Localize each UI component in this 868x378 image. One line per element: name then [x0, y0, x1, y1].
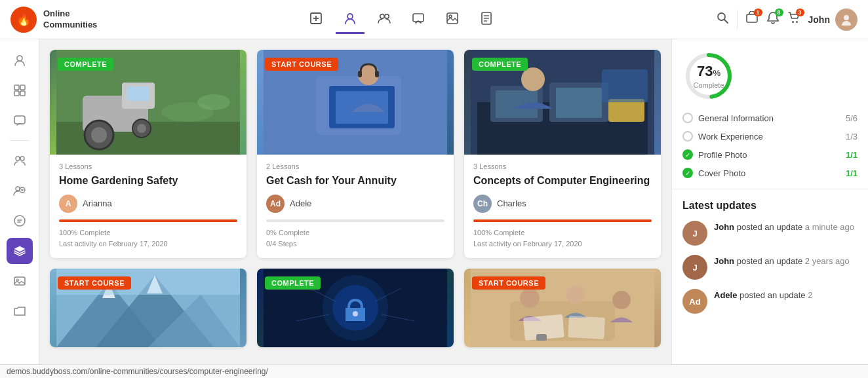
course-image-security: COMPLETE [257, 269, 454, 347]
course-meta-gardening: 100% Complete Last activity on February … [59, 227, 237, 250]
svg-point-31 [14, 216, 25, 226]
logo[interactable]: 🔥 OnlineCommunities [10, 7, 97, 33]
author-name-charles: Charles [497, 198, 526, 208]
course-badge-mountain: START COURSE [58, 276, 131, 290]
svg-point-3 [347, 14, 353, 19]
svg-point-17 [796, 21, 798, 23]
sidebar-item-chat[interactable] [7, 107, 33, 134]
profile-completion-section: 73% Complete General Information 5/6 [672, 39, 868, 189]
svg-point-39 [91, 127, 107, 143]
nav-create[interactable] [302, 5, 330, 34]
course-card-meeting[interactable]: START COURSE [464, 269, 661, 347]
sidebar-item-media[interactable] [7, 268, 33, 294]
course-image-computer: COMPLETE [464, 50, 661, 155]
course-meta-computer: 100% Complete Last activity on February … [473, 227, 652, 250]
svg-rect-22 [14, 91, 19, 96]
nav-docs[interactable] [472, 5, 501, 34]
progress-bar-container-annuity [266, 219, 444, 222]
sidebar-item-profile[interactable] [7, 47, 33, 73]
sidebar-item-folder[interactable] [7, 298, 33, 324]
header-right: 1 8 3 John [716, 9, 858, 31]
course-title-annuity: Get Cash for Your Annuity [266, 174, 444, 188]
nav-members[interactable] [370, 5, 399, 34]
course-image-garden: COMPLETE [50, 50, 247, 155]
completion-header: 73% Complete [682, 50, 858, 102]
author-avatar-adele: Ad [266, 195, 285, 213]
svg-line-14 [724, 20, 728, 23]
course-badge-meeting: START COURSE [472, 276, 545, 290]
completion-score-cover: 1/1 [846, 168, 858, 178]
course-card-home-gardening[interactable]: COMPLETE 3 Lessons Home Gardening Safety… [50, 50, 247, 258]
course-image-meeting: START COURSE [464, 269, 661, 347]
donut-chart: 73% Complete [682, 50, 735, 102]
course-card-mountain[interactable]: START COURSE [50, 269, 247, 347]
svg-point-5 [385, 14, 389, 18]
nav-messages[interactable] [404, 5, 433, 34]
header: 🔥 OnlineCommunities 1 [0, 0, 868, 39]
sidebar-item-members2[interactable] [7, 178, 33, 204]
course-lessons-annuity: 2 Lessons [266, 162, 444, 170]
progress-bar-computer [473, 219, 652, 222]
completion-item-general: General Information 5/6 [682, 113, 858, 123]
updates-title: Latest updates [682, 200, 858, 212]
course-image-annuity: START COURSE [257, 50, 454, 155]
notifications-button[interactable]: 8 [766, 11, 779, 28]
course-title-computer: Concepts of Computer Engineering [473, 174, 652, 188]
svg-point-44 [197, 94, 230, 110]
svg-point-26 [20, 157, 24, 161]
courses-badge: 1 [754, 9, 762, 16]
user-menu[interactable]: John [808, 9, 858, 31]
update-item-2: Ad Adele posted an update 2 [682, 289, 858, 314]
courses-notif-button[interactable]: 1 [745, 11, 759, 28]
svg-rect-32 [14, 277, 25, 285]
svg-rect-82 [568, 316, 605, 339]
sidebar-item-courses[interactable] [7, 238, 33, 264]
sidebar-item-members1[interactable] [7, 147, 33, 174]
svg-point-58 [521, 67, 545, 91]
nav-media[interactable] [438, 5, 467, 34]
course-card-security[interactable]: COMPLETE [257, 269, 454, 347]
cart-button[interactable]: 3 [787, 11, 800, 28]
completion-dot-general [682, 113, 693, 123]
course-body-annuity: 2 Lessons Get Cash for Your Annuity Ad A… [257, 155, 454, 258]
progress-bar-container-computer [473, 219, 652, 222]
sidebar [0, 39, 39, 378]
completion-dot-cover: ✓ [682, 168, 693, 178]
svg-point-27 [16, 187, 20, 191]
nav-profile[interactable] [336, 5, 365, 34]
svg-rect-24 [14, 116, 25, 124]
search-button[interactable] [716, 11, 729, 28]
svg-rect-50 [358, 71, 362, 77]
svg-rect-59 [608, 99, 644, 122]
completion-item-cover: ✓ Cover Photo 1/1 [682, 168, 858, 178]
svg-point-13 [718, 13, 725, 20]
course-title-gardening: Home Gardening Safety [59, 174, 237, 188]
logo-text: OnlineCommunities [43, 9, 97, 31]
course-card-computer[interactable]: COMPLETE 3 Lessons Concepts of Computer … [464, 50, 661, 258]
course-meta-annuity: 0% Complete 0/4 Steps [266, 227, 444, 250]
course-card-annuity[interactable]: START COURSE 2 Lessons Get Cash for Your… [257, 50, 454, 258]
svg-rect-20 [14, 85, 19, 90]
logo-icon: 🔥 [10, 7, 37, 33]
sidebar-item-message2[interactable] [7, 208, 33, 234]
svg-point-80 [612, 291, 631, 309]
right-panel: 73% Complete General Information 5/6 [671, 39, 868, 378]
course-author-computer: Ch Charles [473, 195, 652, 213]
svg-rect-60 [602, 69, 648, 102]
svg-point-18 [844, 15, 849, 20]
completion-item-work: Work Experience 1/3 [682, 131, 858, 142]
svg-rect-42 [127, 86, 149, 101]
completion-label-general: General Information [698, 113, 774, 123]
svg-point-78 [520, 288, 540, 308]
completion-item-photo: ✓ Profile Photo 1/1 [682, 149, 858, 160]
user-avatar [835, 9, 858, 31]
completion-item-left-general: General Information [682, 113, 774, 123]
sidebar-item-grid[interactable] [7, 77, 33, 104]
svg-point-19 [17, 56, 22, 61]
svg-point-25 [16, 157, 20, 161]
svg-point-4 [380, 14, 384, 18]
course-badge-gardening: COMPLETE [58, 58, 113, 71]
progress-bar-container-gardening [59, 219, 237, 222]
update-text-adele: Adele posted an update 2 [714, 289, 812, 302]
course-author-gardening: A Arianna [59, 195, 237, 213]
